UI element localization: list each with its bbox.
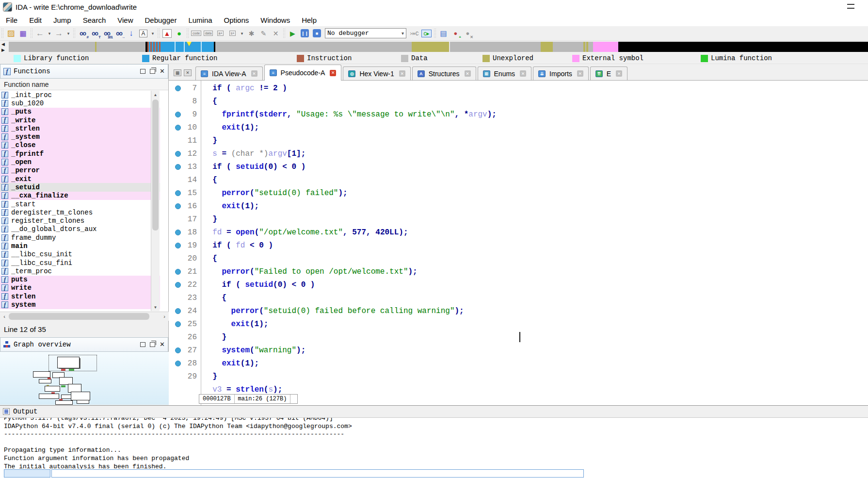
function-row-register_tm_clones[interactable]: fregister_tm_clones (0, 216, 160, 225)
output-header[interactable]: Output (0, 406, 868, 418)
function-name-column-header[interactable]: Function name (0, 79, 168, 90)
edit-icon[interactable]: ✎ (258, 28, 269, 39)
menu-lumina[interactable]: Lumina (182, 15, 218, 25)
scroll-up-icon[interactable]: ▲ (151, 91, 160, 99)
function-row-system[interactable]: fsystem (0, 300, 160, 309)
create-struct-icon[interactable]: s+ (227, 28, 238, 39)
band-segment[interactable] (95, 42, 96, 52)
tab-close-icon[interactable]: ✕ (520, 70, 526, 77)
create-name-icon[interactable]: a+ (215, 28, 226, 39)
code-line-9[interactable]: 9 fprintf(stderr, "Usage: %s \"message t… (169, 108, 868, 121)
maximize-icon[interactable] (140, 69, 145, 74)
band-segment[interactable] (541, 42, 553, 52)
menu-edit[interactable]: Edit (23, 15, 48, 25)
scrollbar-thumb[interactable] (9, 313, 149, 320)
tab-close-view-button[interactable]: ✕ (184, 69, 192, 76)
search-binary-icon[interactable]: oo101 (101, 28, 113, 39)
tab-close-icon[interactable]: ✕ (465, 70, 471, 77)
function-row-_system[interactable]: f_system (0, 132, 160, 141)
function-row-_open[interactable]: f_open (0, 158, 160, 166)
tab-imports[interactable]: ⇊Imports✕ (533, 66, 589, 80)
code-line-29[interactable]: 29 } (169, 370, 868, 383)
code-line-17[interactable]: 17 } (169, 213, 868, 226)
function-row-_strlen[interactable]: f_strlen (0, 124, 160, 132)
band-segment[interactable] (553, 42, 583, 52)
float-icon[interactable] (150, 69, 155, 74)
menu-debugger[interactable]: Debugger (139, 15, 183, 25)
cli-input[interactable] (51, 469, 584, 478)
code-line-12[interactable]: 12 s = (char *)argv[1]; (169, 147, 868, 160)
tab-menu-button[interactable]: ▦ (174, 69, 181, 76)
menu-help[interactable]: Help (296, 15, 322, 25)
function-row-_init_proc[interactable]: f_init_proc (0, 91, 160, 99)
band-segment[interactable] (175, 42, 176, 52)
code-line-26[interactable]: 26 } (169, 330, 868, 344)
code-line-23[interactable]: 23 { (169, 291, 868, 304)
pseudocode-view[interactable]: 7 if ( argc != 2 )8 {9 fprintf(stderr, "… (169, 81, 868, 405)
segments-icon[interactable]: ▤ (438, 28, 449, 39)
function-row-__do_global_dtors_aux[interactable]: f__do_global_dtors_aux (0, 225, 160, 233)
tab-e[interactable]: ⇈E✕ (590, 66, 627, 80)
struct-dropdown-icon[interactable]: ▾ (239, 28, 245, 39)
search-text-icon[interactable]: ooT (89, 28, 100, 39)
menu-windows[interactable]: Windows (255, 15, 296, 25)
tab-hex-view-1[interactable]: ◎Hex View-1✕ (343, 66, 410, 80)
code-line-19[interactable]: 19 if ( fd < 0 ) (169, 239, 868, 252)
navigation-band[interactable] (9, 42, 868, 52)
open-file-icon[interactable]: ▨ (5, 28, 16, 39)
menu-file[interactable]: File (0, 15, 23, 25)
function-row-write[interactable]: fwrite (0, 284, 160, 292)
code-line-21[interactable]: 21 perror("Failed to open /opt/welcome.t… (169, 265, 868, 278)
function-row-_puts[interactable]: f_puts (0, 108, 160, 116)
tab-ida-view-a[interactable]: ≡IDA View-A✕ (195, 66, 263, 80)
functions-vertical-scrollbar[interactable]: ▲ ▼ (151, 91, 160, 311)
tab-close-icon[interactable]: ✕ (577, 70, 583, 77)
step-c-icon[interactable]: ⤖c (409, 28, 420, 39)
code-line-11[interactable]: 11 } (169, 134, 868, 147)
create-chunk-icon[interactable]: ✱ (246, 28, 257, 39)
code-line-24[interactable]: 24 perror("setuid(0) failed before calli… (169, 304, 868, 317)
function-row-puts[interactable]: fputs (0, 276, 160, 284)
functions-horizontal-scrollbar[interactable]: ‹ › (0, 312, 169, 321)
scroll-left-icon[interactable]: ‹ (0, 313, 8, 320)
band-segment[interactable] (147, 42, 161, 52)
tab-close-icon[interactable]: ✕ (616, 70, 622, 77)
function-row-_perror[interactable]: f_perror (0, 166, 160, 175)
function-row-_fprintf[interactable]: f_fprintf (0, 149, 160, 158)
signature-add-icon[interactable]: ●+ (450, 28, 461, 39)
create-code-icon[interactable]: code (191, 28, 202, 39)
function-row-_setuid[interactable]: f_setuid (0, 183, 160, 191)
search-address-icon[interactable]: oo# (77, 28, 88, 39)
scroll-down-icon[interactable]: ▼ (151, 303, 160, 311)
band-segment[interactable] (593, 42, 618, 52)
cli-interpreter-button[interactable] (4, 469, 50, 478)
function-row-sub_1020[interactable]: fsub_1020 (0, 99, 160, 107)
code-line-15[interactable]: 15 perror("setuid(0) failed"); (169, 186, 868, 199)
functions-panel-header[interactable]: f Functions ✕ (0, 64, 168, 79)
function-row-_write[interactable]: f_write (0, 116, 160, 124)
tab-pseudocode-a[interactable]: ≡Pseudocode-A✕ (264, 65, 342, 81)
function-row-_term_proc[interactable]: f_term_proc (0, 267, 160, 275)
band-segment[interactable] (9, 42, 145, 52)
run-c-icon[interactable]: c▸ (421, 28, 432, 39)
function-row-strlen[interactable]: fstrlen (0, 292, 160, 300)
function-row-_exit[interactable]: f_exit (0, 175, 160, 183)
menu-jump[interactable]: Jump (48, 15, 77, 25)
code-line-7[interactable]: 7 if ( argc != 2 ) (169, 82, 868, 95)
debug-start-icon[interactable]: ▶ (287, 28, 298, 39)
float-icon[interactable] (150, 342, 155, 347)
close-icon[interactable]: ✕ (160, 69, 165, 74)
code-line-18[interactable]: 18 fd = open("/opt/welcome.txt", 577, 42… (169, 226, 868, 239)
function-row-_start[interactable]: f_start (0, 200, 160, 208)
jump-icon[interactable]: ↓ (126, 28, 137, 39)
stop-analysis-icon[interactable]: ▲ (161, 28, 173, 39)
band-segment[interactable] (583, 42, 585, 52)
maximize-icon[interactable] (140, 342, 145, 347)
rename-dropdown-icon[interactable]: ▾ (150, 28, 156, 39)
code-line-27[interactable]: 27 system("warning"); (169, 344, 868, 357)
band-scroll-left-icon[interactable]: ◀ (1, 42, 7, 47)
debug-stop-icon[interactable]: ■ (311, 28, 322, 39)
code-line-16[interactable]: 16 exit(1); (169, 199, 868, 213)
code-line-10[interactable]: 10 exit(1); (169, 121, 868, 134)
code-line-20[interactable]: 20 { (169, 252, 868, 265)
